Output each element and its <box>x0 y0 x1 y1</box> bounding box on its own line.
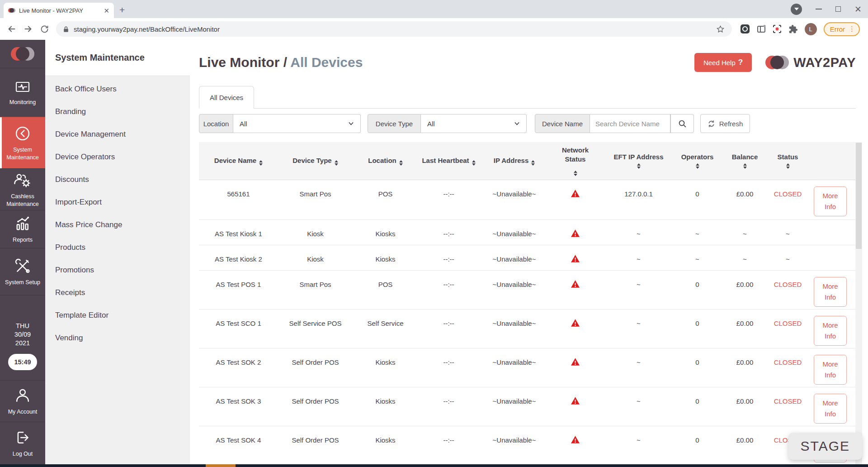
cell-device-type: Smart Pos <box>278 180 353 198</box>
scrollbar-thumb[interactable] <box>856 143 862 249</box>
rail-spacer <box>0 295 45 322</box>
network-warning-icon <box>571 357 580 366</box>
search-button[interactable] <box>670 114 694 133</box>
submenu-item-products[interactable]: Products <box>45 236 190 259</box>
more-info-button[interactable]: MoreInfo <box>814 186 847 216</box>
cell-actions: MoreInfo <box>805 271 856 307</box>
table-scrollbar[interactable] <box>855 143 862 464</box>
submenu-item-import-export[interactable]: Import-Export <box>45 191 190 214</box>
device-name-filter-label: Device Name <box>535 114 590 133</box>
cell-network-status <box>549 348 601 368</box>
cell-operators: 0 <box>676 387 719 405</box>
url-field[interactable]: staging.yourway2pay.net/BackOffice/LiveM… <box>56 21 732 37</box>
device-type-select[interactable]: All <box>421 114 527 133</box>
rail-item-my-account[interactable]: My Account <box>0 380 45 422</box>
window-controls: ✕ <box>791 0 862 18</box>
cell-operators: ~ <box>676 245 719 263</box>
cell-location: Kiosks <box>353 245 418 263</box>
submenu-item-device-management[interactable]: Device Management <box>45 123 190 146</box>
cell-eft-ip-address: ~ <box>601 220 676 238</box>
rail-item-system-maintenance[interactable]: System Maintenance <box>0 117 45 168</box>
cell-balance: £0.00 <box>719 180 771 198</box>
bookmark-star-icon[interactable] <box>716 25 725 33</box>
browser-tab[interactable]: Live Monitor - WAY2PAY ✕ <box>4 3 114 18</box>
minimize-icon[interactable] <box>816 9 822 10</box>
cell-network-status <box>549 180 601 200</box>
devices-table: Device NameDevice TypeLocationLast Heart… <box>199 142 856 464</box>
forward-icon[interactable] <box>22 24 34 34</box>
column-header-status[interactable]: Status <box>771 149 805 172</box>
browser-tab-strip: Live Monitor - WAY2PAY ✕ + ✕ <box>0 0 868 18</box>
column-header-operators[interactable]: Operators <box>676 149 719 172</box>
cell-eft-ip-address: ~ <box>601 426 676 444</box>
column-header-eft-ip-address[interactable]: EFT IP Address <box>601 149 676 172</box>
screen: Live Monitor - WAY2PAY ✕ + ✕ staging.you… <box>0 0 868 467</box>
browser-update-icon[interactable] <box>791 4 802 15</box>
sort-icon[interactable] <box>472 156 476 166</box>
maximize-icon[interactable] <box>835 6 841 12</box>
sort-icon[interactable] <box>335 156 338 166</box>
extensions-puzzle-icon[interactable] <box>788 24 798 34</box>
cell-device-name: AS Test SOK 2 <box>199 348 278 367</box>
profile-avatar[interactable]: L <box>805 23 817 35</box>
browser-menu-error-button[interactable]: Error ⋮ <box>824 22 860 36</box>
reload-icon[interactable] <box>38 24 51 34</box>
more-info-button[interactable]: MoreInfo <box>814 355 847 385</box>
need-help-button[interactable]: Need Help? <box>694 53 752 72</box>
close-icon[interactable]: ✕ <box>854 5 862 14</box>
submenu-item-device-operators[interactable]: Device Operators <box>45 146 190 168</box>
submenu-header: System Maintenance <box>45 40 190 76</box>
extension-record-icon[interactable] <box>740 24 750 34</box>
submenu-item-vending[interactable]: Vending <box>45 327 190 349</box>
column-header-device-name[interactable]: Device Name <box>199 152 278 169</box>
submenu-item-receipts[interactable]: Receipts <box>45 281 190 304</box>
refresh-button[interactable]: Refresh <box>700 114 750 133</box>
back-icon[interactable] <box>5 24 18 34</box>
sort-icon[interactable] <box>399 156 403 166</box>
sort-icon[interactable] <box>531 156 535 166</box>
sort-icon[interactable] <box>605 163 672 169</box>
rail-item-monitoring[interactable]: Monitoring <box>0 68 45 117</box>
cell-device-type: Kiosk <box>278 220 353 238</box>
submenu-item-promotions[interactable]: Promotions <box>45 259 190 281</box>
cell-device-type: Self Service POS <box>278 310 353 328</box>
sort-icon[interactable] <box>722 163 767 169</box>
column-header-ip-address[interactable]: IP Address <box>479 152 549 169</box>
tab-close-icon[interactable]: ✕ <box>104 7 109 14</box>
column-header-last-heartbeat[interactable]: Last Heartbeat <box>418 152 479 169</box>
submenu-item-back-office-users[interactable]: Back Office Users <box>45 78 190 100</box>
location-select[interactable]: All <box>233 114 361 133</box>
submenu-item-template-editor[interactable]: Template Editor <box>45 304 190 327</box>
more-info-button[interactable]: MoreInfo <box>814 316 847 346</box>
column-header-device-type[interactable]: Device Type <box>278 152 353 169</box>
submenu-item-branding[interactable]: Branding <box>45 100 190 123</box>
column-header-network-status[interactable]: Network Status <box>549 142 601 180</box>
rail-item-cashless-maintenance[interactable]: Cashless Maintenance <box>0 168 45 210</box>
cell-eft-ip-address: 127.0.0.1 <box>601 180 676 198</box>
network-warning-icon <box>571 435 580 444</box>
extension-sidebar-icon[interactable] <box>757 24 766 33</box>
favicon <box>8 8 15 13</box>
device-row-565161: 565161Smart PosPOS--:--~Unavailable~127.… <box>199 180 856 220</box>
cell-ip-address: ~Unavailable~ <box>479 245 549 263</box>
logout-icon <box>14 429 32 447</box>
rail-item-system-setup[interactable]: System Setup <box>0 248 45 295</box>
submenu-item-discounts[interactable]: Discounts <box>45 168 190 191</box>
column-header-location[interactable]: Location <box>353 152 418 169</box>
cell-ip-address: ~Unavailable~ <box>479 348 549 367</box>
device-name-search-input[interactable] <box>590 114 670 133</box>
more-info-button[interactable]: MoreInfo <box>814 277 847 307</box>
sort-icon[interactable] <box>259 156 263 166</box>
column-header-balance[interactable]: Balance <box>719 149 771 172</box>
rail-item-reports[interactable]: Reports <box>0 210 45 248</box>
sort-icon[interactable] <box>774 163 801 169</box>
submenu-item-mass-price-change[interactable]: Mass Price Change <box>45 214 190 236</box>
sort-icon[interactable] <box>574 166 577 176</box>
browser-address-bar: staging.yourway2pay.net/BackOffice/LiveM… <box>0 18 868 40</box>
new-tab-icon[interactable]: + <box>119 5 125 14</box>
more-info-button[interactable]: MoreInfo <box>814 394 847 424</box>
sort-icon[interactable] <box>679 163 715 169</box>
rail-item-log-out[interactable]: Log Out <box>0 422 45 464</box>
tab-all-devices[interactable]: All Devices <box>199 86 254 109</box>
extension-capture-icon[interactable] <box>773 24 782 33</box>
